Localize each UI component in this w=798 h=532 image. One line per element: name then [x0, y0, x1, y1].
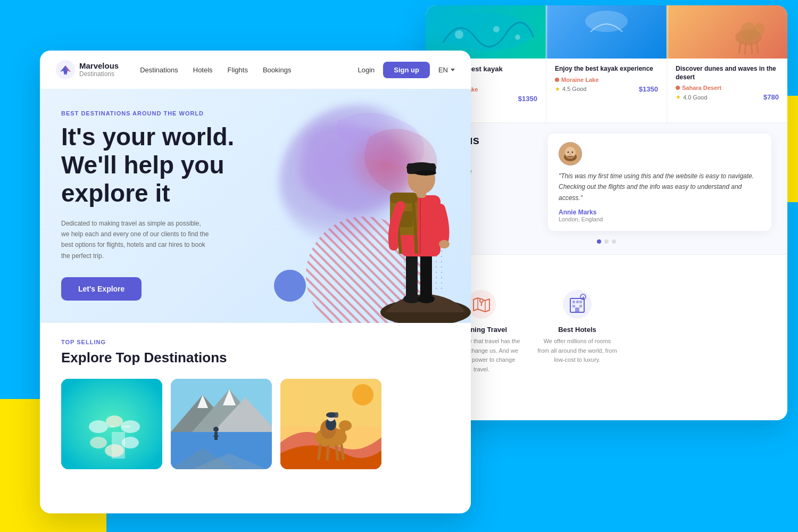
hero-cta-button[interactable]: Let's Explore — [61, 277, 142, 301]
svg-point-55 — [106, 415, 123, 427]
dest-card-kayak2[interactable]: Enjoy the best kayak experience Moraine … — [546, 5, 667, 122]
svg-line-9 — [745, 44, 746, 54]
logo-icon — [56, 60, 75, 79]
nav-login[interactable]: Login — [358, 66, 375, 74]
svg-text:★: ★ — [582, 296, 585, 299]
svg-point-50 — [415, 170, 436, 176]
svg-point-25 — [563, 290, 592, 319]
main-card: Marvelous Destinations Destinations Hote… — [40, 51, 471, 513]
svg-point-51 — [439, 240, 450, 248]
services-title-partial: ...ices — [442, 265, 771, 278]
maldives-svg — [61, 379, 162, 469]
best-hotels-icon: ★ — [563, 290, 592, 319]
svg-point-72 — [213, 427, 219, 432]
svg-line-83 — [327, 446, 328, 460]
price-kayak: $1350 — [518, 95, 537, 103]
location-name-desert: Sahara Desert — [682, 85, 721, 91]
top-destinations-row: Enjoy the best kayak experience Moraine … — [426, 5, 787, 122]
svg-point-2 — [493, 26, 500, 32]
nav-link-flights[interactable]: Flights — [228, 66, 248, 74]
svg-point-12 — [741, 22, 757, 41]
dest-card-desert[interactable]: Discover dunes and waves in the desert S… — [667, 5, 787, 122]
testimonial-author-name: Annie Marks — [559, 209, 761, 216]
location-name-kayak2: Moraine Lake — [561, 77, 598, 83]
dest-img-desert — [667, 5, 787, 59]
location-pin-desert — [676, 86, 680, 90]
svg-line-85 — [342, 445, 343, 459]
top-selling-badge: TOP SELLING — [61, 339, 450, 345]
dest-footer-desert: ★ 4.0 Good $780 — [676, 93, 779, 101]
price-desert: $780 — [763, 93, 779, 101]
dest-title-desert: Discover dunes and waves in the desert — [676, 65, 779, 81]
rating-desert: ★ 4.0 Good — [676, 94, 707, 101]
testimonial-avatar — [559, 142, 582, 165]
nav-link-hotels[interactable]: Hotels — [193, 66, 213, 74]
svg-point-40 — [418, 295, 435, 303]
svg-point-54 — [89, 420, 108, 433]
service-hotels: ★ Best Hotels We offer millions of rooms… — [537, 288, 617, 374]
dest-preview-desert[interactable] — [280, 379, 381, 469]
hero-person-figure — [343, 89, 471, 323]
star-icon-3: ★ — [676, 94, 681, 101]
testimonial-author-location: London, England — [559, 216, 761, 222]
nav-link-destinations[interactable]: Destinations — [140, 66, 178, 74]
svg-point-3 — [515, 35, 520, 40]
nav-language-selector[interactable]: EN — [438, 66, 455, 74]
destinations-preview-row — [61, 379, 450, 469]
svg-point-58 — [122, 437, 139, 448]
about-section: ...ut us ...d the ...g out the ...rstand — [426, 123, 787, 254]
svg-rect-31 — [579, 305, 582, 307]
dest-info-desert: Discover dunes and waves in the desert S… — [667, 59, 787, 107]
logo: Marvelous Destinations — [56, 60, 119, 79]
svg-point-19 — [569, 154, 571, 155]
mountain-svg — [171, 379, 272, 469]
hero-section: BEST DESTINATIONS AROUND THE WORLD It's … — [40, 89, 471, 323]
desert-svg-decoration — [667, 5, 787, 59]
service-desc-hotels: We offer millions of rooms from all arou… — [537, 337, 617, 365]
svg-line-10 — [751, 44, 752, 54]
svg-rect-30 — [572, 305, 575, 307]
logo-text: Marvelous Destinations — [79, 62, 119, 78]
rating-kayak2: ★ 4.5 Good — [555, 86, 586, 93]
svg-rect-6 — [669, 5, 786, 59]
testimonial-dots — [442, 239, 771, 244]
dest-info-kayak2: Enjoy the best kayak experience Moraine … — [546, 59, 667, 99]
svg-point-5 — [585, 11, 628, 32]
svg-point-1 — [455, 30, 463, 39]
avatar-svg — [559, 142, 582, 165]
planning-travel-icon — [467, 290, 496, 319]
nav-link-bookings[interactable]: Bookings — [263, 66, 291, 74]
dest-preview-mountain[interactable] — [171, 379, 272, 469]
svg-point-57 — [90, 437, 107, 448]
rating-value-desert: 4.0 Good — [683, 94, 707, 101]
bottom-section: TOP SELLING Explore Top Destinations — [40, 323, 471, 485]
svg-point-17 — [568, 152, 569, 153]
star-icon-2: ★ — [555, 86, 560, 93]
top-selling-title: Explore Top Destinations — [61, 350, 450, 366]
dest-title-kayak2: Enjoy the best kayak experience — [555, 65, 658, 73]
lang-text: EN — [438, 66, 448, 74]
hero-title: It's your world.We'll help youexplore it — [61, 123, 263, 207]
svg-line-82 — [319, 445, 320, 459]
svg-line-84 — [336, 446, 338, 460]
dot-3[interactable] — [612, 239, 616, 244]
dest-location-desert: Sahara Desert — [676, 85, 779, 91]
dot-2[interactable] — [604, 239, 609, 244]
svg-point-13 — [754, 23, 764, 36]
svg-rect-89 — [329, 412, 338, 418]
hero-description: Dedicated to making travel as simple as … — [61, 218, 210, 262]
rating-value-kayak2: 4.5 Good — [562, 86, 586, 92]
svg-point-81 — [339, 420, 352, 431]
nav-signup-button[interactable]: Sign up — [383, 62, 430, 78]
dest-img-kayak2 — [546, 5, 667, 59]
testimonial-quote: "This was my first time using this and t… — [559, 171, 761, 203]
dot-1[interactable] — [597, 239, 601, 244]
svg-point-59 — [105, 444, 124, 457]
logo-sub-text: Destinations — [79, 70, 119, 78]
services-row: Planning Travel We believe that travel h… — [442, 288, 771, 374]
nav-links: Destinations Hotels Flights Bookings — [140, 66, 358, 74]
dest-preview-maldives[interactable] — [61, 379, 162, 469]
service-icon-hotels: ★ — [561, 288, 593, 320]
right-card: Enjoy the best kayak experience Moraine … — [426, 5, 787, 420]
chevron-down-icon — [451, 69, 455, 71]
